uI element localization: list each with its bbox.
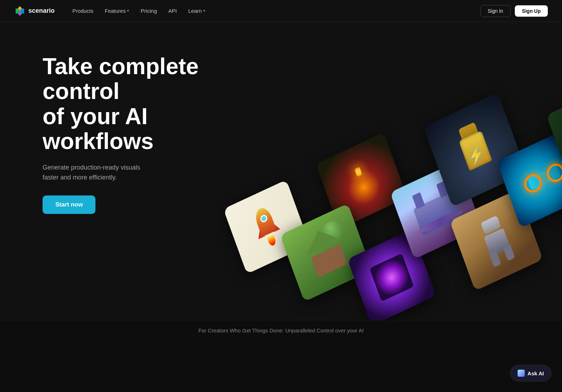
bottom-bar: For Creators Who Get Things Done: Unpara… [0,320,562,341]
bottom-bar-text: For Creators Who Get Things Done: Unpara… [198,327,364,333]
navbar: scenario Products Features ▾ Pricing API… [0,0,562,22]
sign-up-button[interactable]: Sign Up [515,5,548,17]
sign-in-button[interactable]: Sign In [480,5,511,17]
hero-text: Take complete control of your AI workflo… [43,54,248,214]
learn-chevron-icon: ▾ [203,9,205,13]
image-grid: ⚡ [228,36,562,320]
hero-title: Take complete control of your AI workflo… [43,54,248,154]
nav-right: Sign In Sign Up [480,5,548,17]
logo[interactable]: scenario [14,5,55,17]
ask-ai-button[interactable]: Ask AI [510,365,551,381]
scenario-logo-icon [14,5,26,17]
hero-subtitle: Generate production-ready visualsfaster … [43,162,248,183]
hero-section: Take complete control of your AI workflo… [0,22,562,320]
ask-ai-label: Ask AI [528,370,544,376]
logo-text: scenario [28,7,55,15]
ai-gem-icon [518,370,525,377]
start-now-button[interactable]: Start now [43,195,95,214]
nav-learn[interactable]: Learn ▾ [183,5,210,17]
nav-left: scenario Products Features ▾ Pricing API… [14,5,210,17]
nav-features[interactable]: Features ▾ [100,5,134,17]
nav-pricing[interactable]: Pricing [136,5,162,17]
features-chevron-icon: ▾ [127,9,129,13]
nav-products[interactable]: Products [67,5,98,17]
nav-links: Products Features ▾ Pricing API Learn ▾ [67,5,210,17]
nav-api[interactable]: API [163,5,182,17]
